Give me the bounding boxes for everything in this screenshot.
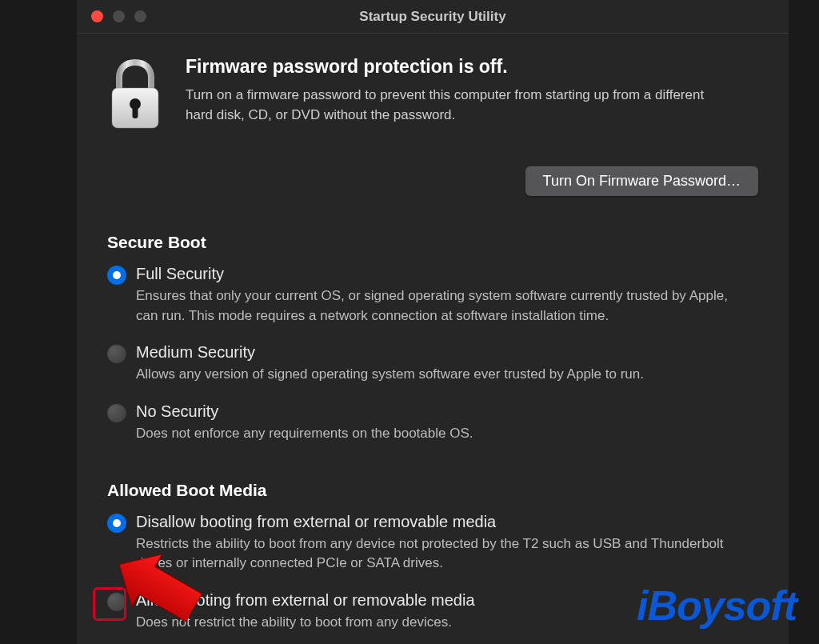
firmware-description: Turn on a firmware password to prevent t…: [186, 86, 713, 125]
option-label: Medium Security: [136, 343, 758, 362]
turn-on-firmware-password-button[interactable]: Turn On Firmware Password…: [525, 166, 758, 196]
radio-indicator-icon: [107, 403, 126, 422]
radio-indicator-icon: [107, 592, 126, 611]
radio-disallow-external-boot[interactable]: Disallow booting from external or remova…: [107, 513, 758, 574]
maximize-window-button[interactable]: [134, 10, 146, 22]
option-description: Ensures that only your current OS, or si…: [136, 286, 744, 326]
option-description: Restricts the ability to boot from any d…: [136, 534, 744, 574]
titlebar: Startup Security Utility: [77, 0, 789, 34]
svg-rect-2: [133, 106, 138, 118]
option-description: Does not enforce any requirements on the…: [136, 424, 744, 444]
radio-medium-security[interactable]: Medium Security Allows any version of si…: [107, 343, 758, 385]
option-label: No Security: [136, 402, 758, 421]
radio-allow-external-boot[interactable]: Allow booting from external or removable…: [107, 591, 758, 633]
radio-full-security[interactable]: Full Security Ensures that only your cur…: [107, 265, 758, 326]
secure-boot-heading: Secure Boot: [107, 233, 758, 252]
option-text-block: Disallow booting from external or remova…: [136, 513, 758, 574]
lock-icon: [107, 59, 163, 134]
close-window-button[interactable]: [91, 10, 103, 22]
content-area: Firmware password protection is off. Tur…: [77, 34, 789, 644]
option-label: Disallow booting from external or remova…: [136, 513, 758, 531]
option-label: Allow booting from external or removable…: [136, 591, 758, 610]
firmware-section: Firmware password protection is off. Tur…: [107, 56, 758, 134]
traffic-lights: [91, 10, 146, 22]
window-frame: Startup Security Utility: [77, 0, 789, 644]
option-text-block: Allow booting from external or removable…: [136, 591, 758, 633]
firmware-button-row: Turn On Firmware Password…: [107, 166, 758, 196]
radio-indicator-icon: [107, 344, 126, 363]
option-description: Allows any version of signed operating s…: [136, 365, 744, 385]
radio-indicator-icon: [107, 514, 126, 533]
firmware-heading: Firmware password protection is off.: [186, 56, 758, 78]
option-text-block: Medium Security Allows any version of si…: [136, 343, 758, 385]
allowed-boot-media-heading: Allowed Boot Media: [107, 481, 758, 500]
radio-indicator-icon: [107, 266, 126, 285]
firmware-text-block: Firmware password protection is off. Tur…: [186, 56, 758, 125]
option-text-block: Full Security Ensures that only your cur…: [136, 265, 758, 326]
radio-no-security[interactable]: No Security Does not enforce any require…: [107, 402, 758, 444]
option-label: Full Security: [136, 265, 758, 283]
option-description: Does not restrict the ability to boot fr…: [136, 613, 744, 633]
window-title: Startup Security Utility: [359, 9, 505, 25]
minimize-window-button[interactable]: [113, 10, 125, 22]
option-text-block: No Security Does not enforce any require…: [136, 402, 758, 444]
